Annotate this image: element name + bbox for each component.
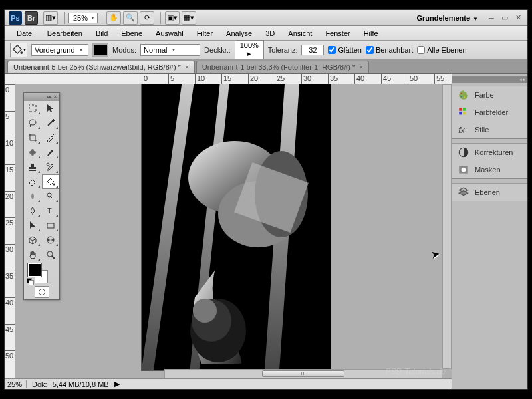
tool-eraser[interactable] — [24, 174, 41, 189]
hand-icon: ✋ — [109, 13, 118, 22]
close-tab-icon[interactable]: × — [359, 64, 363, 71]
mode-select[interactable]: Normal▼ — [140, 44, 200, 56]
tool-crop[interactable] — [24, 130, 41, 145]
tool-zoom[interactable] — [42, 247, 59, 262]
document-canvas[interactable] — [142, 84, 331, 370]
panel-label: Farbe — [475, 91, 494, 99]
vertical-scrollbar[interactable] — [442, 84, 452, 369]
menubar: Datei Bearbeiten Bild Ebene Auswahl Filt… — [5, 26, 527, 41]
frame-arrange-button[interactable]: ▥▾ — [43, 11, 58, 25]
opacity-input[interactable]: 100% ▸ — [235, 40, 264, 59]
panel-label: Masken — [475, 166, 501, 174]
tool-move[interactable] — [24, 101, 41, 116]
svg-rect-12 — [29, 105, 36, 112]
app-logo-ps: Ps — [9, 11, 22, 25]
svg-point-10 — [193, 299, 217, 323]
maximize-button[interactable]: ▭ — [499, 13, 510, 23]
all-layers-checkbox[interactable]: Alle Ebenen — [417, 46, 466, 54]
svg-point-18 — [47, 193, 51, 197]
ruler-origin[interactable] — [5, 74, 15, 84]
menu-hilfe[interactable]: Hilfe — [357, 27, 385, 39]
tool-pen[interactable] — [24, 203, 41, 218]
menu-analyse[interactable]: Analyse — [219, 27, 259, 39]
default-colors-icon[interactable] — [27, 278, 33, 285]
status-zoom[interactable]: 25% — [7, 380, 27, 388]
hand-tool-button[interactable]: ✋ — [106, 11, 121, 25]
fill-target-select[interactable]: Vordergrund▼ — [31, 44, 88, 56]
tool-eyedropper[interactable] — [42, 130, 59, 145]
tool-hand[interactable] — [24, 247, 41, 262]
menu-3d[interactable]: 3D — [259, 27, 281, 39]
menu-fenster[interactable]: Fenster — [319, 27, 356, 39]
tool-3d[interactable] — [24, 233, 41, 247]
options-bar: ▼ Vordergrund▼ Modus: Normal▼ Deckkr.: 1… — [5, 41, 527, 59]
panel-farbfelder[interactable]: Farbfelder — [452, 104, 527, 121]
close-button[interactable]: ✕ — [513, 13, 523, 23]
document-tab-active[interactable]: Unbenannt-5 bei 25% (Schwarzweißbild, RG… — [7, 61, 195, 73]
svg-point-25 — [464, 96, 465, 98]
menu-bild[interactable]: Bild — [89, 27, 114, 39]
tool-shape[interactable] — [42, 218, 59, 233]
rotate-view-button[interactable]: ⟳ — [140, 11, 154, 25]
menu-auswahl[interactable]: Auswahl — [149, 27, 190, 39]
zoom-select[interactable]: 25% — [68, 13, 98, 23]
tool-path-select[interactable] — [24, 218, 41, 233]
toolbox[interactable]: ▸▸✕ T — [23, 92, 60, 300]
fill-color-swatch[interactable] — [92, 43, 108, 57]
close-tab-icon[interactable]: × — [185, 64, 189, 71]
dock-expand-handle[interactable]: ◂◂ — [452, 76, 527, 83]
quick-mask-toggle[interactable] — [24, 285, 59, 299]
tool-type[interactable]: T — [42, 203, 59, 218]
tool-healing[interactable] — [24, 145, 41, 160]
document-tabbar: Unbenannt-5 bei 25% (Schwarzweißbild, RG… — [5, 59, 527, 74]
workarea: 0510152025303540455055 05101520253035404… — [5, 74, 527, 389]
tab-label: Unbenannt-5 bei 25% (Schwarzweißbild, RG… — [13, 63, 181, 71]
color-swatches[interactable] — [24, 262, 59, 285]
menu-ansicht[interactable]: Ansicht — [281, 27, 319, 39]
status-arrow-icon[interactable]: ▶ — [114, 380, 120, 388]
tool-brush[interactable] — [42, 145, 59, 160]
screen-icon: ▣▾ — [167, 13, 178, 22]
tool-blur[interactable] — [24, 189, 41, 203]
ruler-vertical[interactable]: 05101520253035404550 — [5, 84, 15, 378]
foreground-color-swatch[interactable] — [28, 263, 41, 277]
zoom-tool-button[interactable]: 🔍 — [123, 11, 138, 25]
panel-korrekturen[interactable]: Korrekturen — [452, 144, 527, 161]
panel-ebenen[interactable]: Ebenen — [452, 184, 527, 201]
tool-magic-wand[interactable] — [42, 116, 59, 130]
current-tool-icon[interactable]: ▼ — [10, 43, 27, 57]
gray-box-icon: ▦▾ — [184, 13, 194, 22]
tolerance-input[interactable]: 32 — [301, 45, 324, 55]
screen-mode-button[interactable]: ▣▾ — [165, 11, 180, 25]
menu-filter[interactable]: Filter — [190, 27, 219, 39]
tool-stamp[interactable] — [24, 160, 41, 174]
tool-dodge[interactable] — [42, 189, 59, 203]
menu-datei[interactable]: Datei — [10, 27, 41, 39]
svg-point-21 — [47, 237, 54, 243]
tool-paint-bucket[interactable] — [42, 174, 59, 189]
workspace-select[interactable]: Grundelemente▼ — [411, 12, 483, 24]
panel-masken[interactable]: Masken — [452, 161, 527, 178]
bridge-button[interactable]: Br — [25, 11, 38, 25]
antialias-checkbox[interactable]: Glätten — [328, 46, 361, 54]
menu-ebene[interactable]: Ebene — [114, 27, 149, 39]
minimize-button[interactable]: ─ — [486, 13, 497, 23]
swatches-icon — [458, 107, 469, 118]
tool-lasso[interactable] — [24, 116, 41, 130]
ruler-horizontal[interactable]: 0510152025303540455055 — [15, 74, 452, 84]
tool-3d-camera[interactable] — [42, 233, 59, 247]
menu-bearbeiten[interactable]: Bearbeiten — [41, 27, 89, 39]
tool-history-brush[interactable] — [42, 160, 59, 174]
panel-farbe[interactable]: Farbe — [452, 86, 527, 104]
extras-button[interactable]: ▦▾ — [182, 11, 196, 25]
svg-rect-26 — [459, 108, 462, 111]
scrollbar-thumb[interactable] — [262, 370, 345, 377]
svg-point-16 — [47, 163, 49, 166]
tool-selection[interactable] — [42, 101, 59, 116]
opacity-label: Deckkr.: — [204, 46, 231, 54]
document-tab-inactive[interactable]: Unbenannt-1 bei 33,3% (Fotofilter 1, RGB… — [196, 61, 369, 73]
panel-stile[interactable]: fx Stile — [452, 121, 527, 138]
contiguous-checkbox[interactable]: Benachbart — [366, 46, 413, 54]
toolbox-header[interactable]: ▸▸✕ — [24, 93, 59, 101]
svg-point-22 — [47, 251, 53, 257]
